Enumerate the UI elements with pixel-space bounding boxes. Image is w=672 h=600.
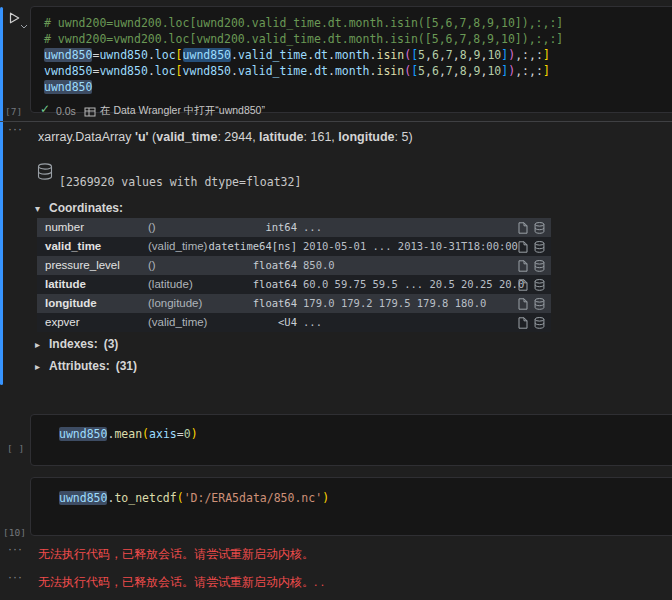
coord-values: 2010-05-01 ... 2013-10-31T18:00:00 (303, 237, 518, 256)
attributes-count: (31) (116, 359, 137, 373)
coord-name: latitude (45, 275, 86, 294)
database-icon[interactable] (534, 317, 545, 329)
cell3-code[interactable]: uwnd850.to_netcdf('D:/ERA5data/850.nc') (59, 490, 672, 506)
database-icon[interactable] (534, 279, 545, 291)
array-values-preview: [2369920 values with dtype=float32] (59, 175, 301, 189)
execution-count-cell1: [7] (5, 106, 22, 117)
attributes-section-header[interactable]: ▸Attributes:(31) (35, 359, 137, 373)
file-icon[interactable] (518, 260, 528, 272)
file-icon[interactable] (518, 222, 528, 234)
error-overflow-indicator[interactable]: ··· (8, 570, 23, 584)
dimension-name: latitude (259, 130, 303, 144)
database-icon[interactable] (534, 222, 545, 234)
header-text: : 161, (304, 130, 339, 144)
database-icon[interactable] (37, 163, 53, 184)
coordinates-label: Coordinates: (49, 201, 123, 215)
file-icon[interactable] (518, 298, 528, 310)
execution-duration: 0.0s (56, 105, 76, 117)
dimension-name: valid_time (156, 130, 217, 144)
attributes-label: Attributes: (49, 359, 110, 373)
header-text: : 2944, (217, 130, 259, 144)
execution-count-cell3: [10] (3, 527, 26, 538)
dimension-name: longitude (338, 130, 394, 144)
header-text: xarray.DataArray (38, 130, 135, 144)
code-line[interactable]: vwnd850=vwnd850.loc[vwnd850.valid_time.d… (44, 63, 672, 79)
coord-name: pressure_level (45, 256, 120, 275)
coord-row-latitude: latitude(latitude)float6460.0 59.75 59.5… (37, 275, 551, 294)
play-icon (7, 11, 21, 25)
coord-values: ... (303, 218, 322, 237)
coords-table: number()int64...valid_time(valid_time)da… (37, 218, 551, 332)
coord-dims: () (148, 256, 156, 275)
cell-focus-indicator (0, 7, 3, 385)
code-line[interactable]: uwnd850.mean(axis=0) (59, 426, 672, 442)
coord-name: number (45, 218, 84, 237)
coord-row-actions (518, 294, 545, 313)
coord-dims: (latitude) (148, 275, 193, 294)
code-cell-3[interactable]: uwnd850.to_netcdf('D:/ERA5data/850.nc') (30, 477, 672, 536)
error-overflow-indicator[interactable]: ··· (8, 542, 23, 556)
coordinates-section-header[interactable]: ▾Coordinates: (35, 201, 123, 215)
xarray-header: xarray.DataArray 'u' (valid_time: 2944, … (38, 130, 413, 144)
coord-values: 60.0 59.75 59.5 ... 20.5 20.25 20.0 (303, 275, 524, 294)
code-line[interactable]: uwnd850 (44, 79, 672, 95)
code-line[interactable]: # uwnd200=uwnd200.loc[uwnd200.valid_time… (44, 15, 672, 31)
coord-name: valid_time (45, 237, 101, 256)
coord-row-actions (518, 313, 545, 332)
coord-values: 850.0 (303, 256, 335, 275)
coord-row-expver: expver(valid_time)<U4... (37, 313, 551, 332)
data-wrangler-icon (84, 104, 96, 122)
database-icon[interactable] (534, 241, 545, 253)
code-line[interactable]: # vwnd200=vwnd200.loc[vwnd200.valid_time… (44, 31, 672, 47)
code-line[interactable]: uwnd850.to_netcdf('D:/ERA5data/850.nc') (59, 490, 672, 506)
coord-name: longitude (45, 294, 97, 313)
collapse-triangle-icon[interactable]: ▾ (35, 203, 44, 214)
coord-row-number: number()int64... (37, 218, 551, 237)
coord-row-actions (518, 237, 545, 256)
coord-dtype: int64 (195, 218, 297, 237)
coord-values: ... (303, 313, 322, 332)
database-icon[interactable] (534, 298, 545, 310)
cell1-code[interactable]: # uwnd200=uwnd200.loc[uwnd200.valid_time… (44, 15, 672, 95)
kernel-error-detail: 有关详细信息，请参阅 Jupyter 日志 (38, 591, 241, 600)
coord-dtype: <U4 (195, 313, 297, 332)
chevron-down-icon[interactable] (20, 16, 28, 34)
header-text: : 5) (395, 130, 413, 144)
success-check-icon: ✓ (40, 102, 50, 116)
open-in-data-wrangler-link[interactable]: 在 Data Wrangler 中打开“uwnd850” (100, 104, 265, 118)
coord-dtype: float64 (195, 275, 297, 294)
code-line[interactable]: uwnd850=uwnd850.loc[uwnd850.valid_time.d… (44, 47, 672, 63)
execution-count-cell2: [ ] (7, 443, 24, 454)
kernel-error-message: 无法执行代码，已释放会话。请尝试重新启动内核。. . (38, 574, 324, 591)
coord-row-pressure_level: pressure_level()float64850.0 (37, 256, 551, 275)
expand-triangle-icon[interactable]: ▸ (35, 361, 44, 372)
indexes-count: (3) (104, 337, 119, 351)
kernel-error-message: 无法执行代码，已释放会话。请尝试重新启动内核。 (38, 546, 314, 563)
database-icon[interactable] (534, 260, 545, 272)
coord-dtype: float64 (195, 256, 297, 275)
output-overflow-indicator[interactable]: ··· (8, 122, 23, 136)
cell-output-divider (0, 121, 672, 122)
coord-dims: () (148, 218, 156, 237)
coord-row-longitude: longitude(longitude)float64179.0 179.2 1… (37, 294, 551, 313)
indexes-section-header[interactable]: ▸Indexes:(3) (35, 337, 118, 351)
coord-row-valid_time: valid_time(valid_time)datetime64[ns]2010… (37, 237, 551, 256)
file-icon[interactable] (518, 317, 528, 329)
coord-dtype: float64 (195, 294, 297, 313)
coord-row-actions (518, 275, 545, 294)
code-cell-1[interactable]: # uwnd200=uwnd200.loc[uwnd200.valid_time… (30, 6, 672, 113)
coord-dtype: datetime64[ns] (195, 237, 297, 256)
file-icon[interactable] (518, 279, 528, 291)
expand-triangle-icon[interactable]: ▸ (35, 339, 44, 350)
code-cell-2[interactable]: uwnd850.mean(axis=0) (30, 414, 672, 466)
cell2-code[interactable]: uwnd850.mean(axis=0) (59, 426, 672, 442)
coord-row-actions (518, 256, 545, 275)
indexes-label: Indexes: (49, 337, 98, 351)
file-icon[interactable] (518, 241, 528, 253)
notebook-editor: # uwnd200=uwnd200.loc[uwnd200.valid_time… (0, 0, 672, 600)
coord-values: 179.0 179.2 179.5 179.8 180.0 (303, 294, 486, 313)
run-cell-button[interactable] (7, 11, 21, 25)
coord-name: expver (45, 313, 80, 332)
coord-row-actions (518, 218, 545, 237)
dimension-name: 'u' (135, 130, 149, 144)
